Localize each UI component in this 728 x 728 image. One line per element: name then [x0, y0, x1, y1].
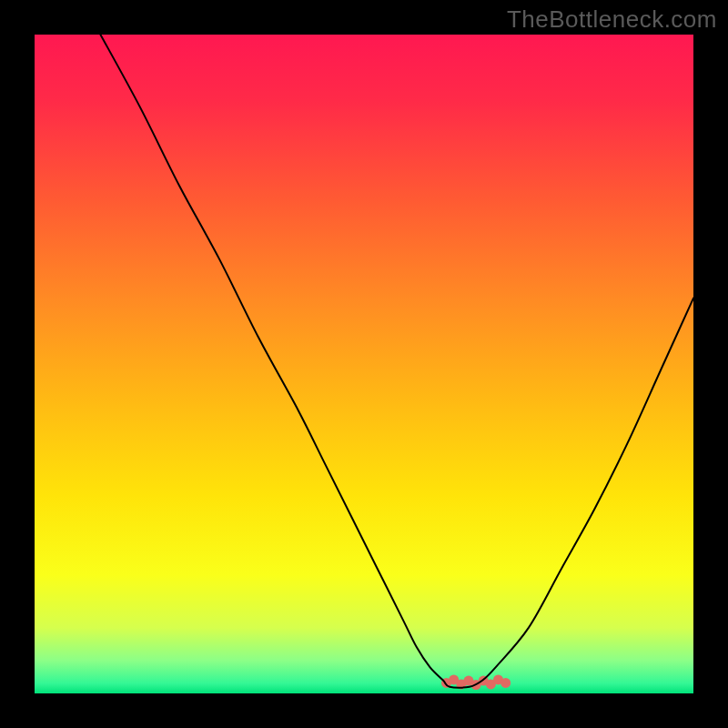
- plot-area: [35, 35, 693, 693]
- watermark-text: TheBottleneck.com: [507, 5, 717, 34]
- chart-svg: [35, 35, 693, 693]
- highlight-dot: [500, 678, 511, 688]
- gradient-background: [35, 35, 693, 693]
